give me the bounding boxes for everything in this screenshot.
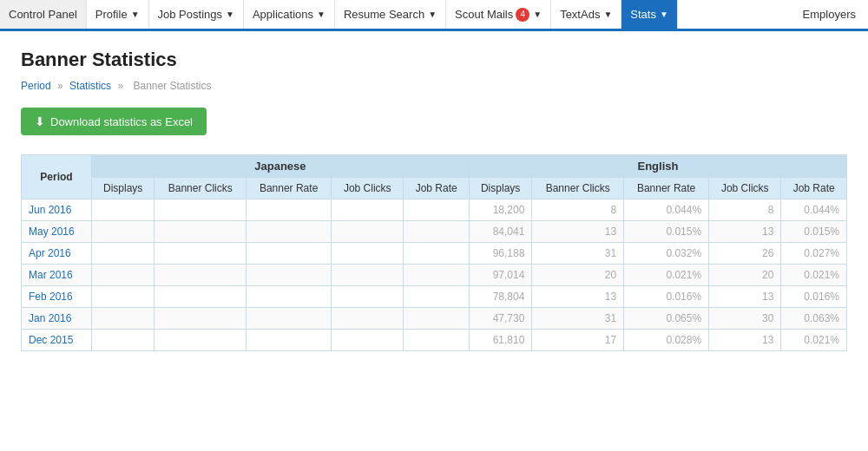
sub-col-header-9: Job Rate <box>781 178 847 199</box>
english-cell-1-4: 0.015% <box>781 221 847 243</box>
japanese-cell-4-3 <box>332 286 404 308</box>
nav-item-job-postings[interactable]: Job Postings ▼ <box>149 0 244 29</box>
english-cell-1-3: 13 <box>709 221 781 243</box>
breadcrumb-current: Banner Statistics <box>133 80 211 92</box>
applications-arrow-icon: ▼ <box>317 10 326 19</box>
japanese-cell-5-4 <box>404 308 470 330</box>
japanese-cell-1-3 <box>332 221 404 243</box>
main-nav: Control Panel Profile ▼ Job Postings ▼ A… <box>0 0 868 31</box>
japanese-cell-4-4 <box>404 286 470 308</box>
col-period-header: Period <box>22 155 92 199</box>
banner-stats-table: Period Japanese English DisplaysBanner C… <box>21 154 847 351</box>
period-cell-4[interactable]: Feb 2016 <box>22 286 92 308</box>
english-cell-2-2: 0.032% <box>624 243 709 265</box>
period-cell-6[interactable]: Dec 2015 <box>22 330 92 351</box>
sub-header-row: DisplaysBanner ClicksBanner RateJob Clic… <box>22 178 847 199</box>
period-cell-3[interactable]: Mar 2016 <box>22 265 92 286</box>
scout-mails-arrow-icon: ▼ <box>533 10 542 19</box>
japanese-cell-0-3 <box>332 199 404 221</box>
sub-col-header-1: Banner Clicks <box>155 178 247 199</box>
english-cell-4-0: 78,804 <box>469 286 531 308</box>
english-cell-5-2: 0.065% <box>624 308 709 330</box>
english-cell-0-3: 8 <box>709 199 781 221</box>
table-row: May 201684,041130.015%130.015% <box>22 221 847 243</box>
japanese-cell-0-1 <box>155 199 247 221</box>
japanese-cell-2-4 <box>404 243 470 265</box>
japanese-cell-4-0 <box>91 286 154 308</box>
japanese-cell-2-2 <box>247 243 332 265</box>
japanese-cell-2-3 <box>332 243 404 265</box>
main-content: Banner Statistics Period » Statistics » … <box>0 31 868 369</box>
english-cell-3-2: 0.021% <box>624 265 709 286</box>
english-cell-6-4: 0.021% <box>781 330 847 351</box>
table-row: Mar 201697,014200.021%200.021% <box>22 265 847 286</box>
japanese-cell-1-2 <box>247 221 332 243</box>
nav-item-text-ads[interactable]: TextAds ▼ <box>551 0 621 29</box>
japanese-cell-6-2 <box>247 330 332 351</box>
download-excel-button[interactable]: ⬇ Download statistics as Excel <box>21 108 207 135</box>
period-cell-1[interactable]: May 2016 <box>22 221 92 243</box>
english-cell-2-4: 0.027% <box>781 243 847 265</box>
period-cell-2[interactable]: Apr 2016 <box>22 243 92 265</box>
japanese-cell-1-0 <box>91 221 154 243</box>
sub-col-header-8: Job Clicks <box>709 178 781 199</box>
english-cell-0-4: 0.044% <box>781 199 847 221</box>
period-cell-5[interactable]: Jan 2016 <box>22 308 92 330</box>
english-cell-5-3: 30 <box>709 308 781 330</box>
breadcrumb-control-panel[interactable]: Period <box>21 80 51 92</box>
breadcrumb-statistics[interactable]: Statistics <box>69 80 111 92</box>
nav-item-stats[interactable]: Stats ▼ <box>621 0 678 29</box>
nav-item-scout-mails[interactable]: Scout Mails 4 ▼ <box>446 0 551 29</box>
scout-mails-badge: 4 <box>516 8 529 22</box>
english-cell-3-4: 0.021% <box>781 265 847 286</box>
english-cell-2-3: 26 <box>709 243 781 265</box>
resume-search-arrow-icon: ▼ <box>428 10 437 19</box>
table-row: Apr 201696,188310.032%260.027% <box>22 243 847 265</box>
japanese-cell-4-1 <box>155 286 247 308</box>
japanese-cell-1-1 <box>155 221 247 243</box>
japanese-cell-0-0 <box>91 199 154 221</box>
japanese-cell-6-3 <box>332 330 404 351</box>
table-row: Dec 201561,810170.028%130.021% <box>22 330 847 351</box>
sub-col-header-7: Banner Rate <box>624 178 709 199</box>
breadcrumb-sep-1: » <box>57 80 63 92</box>
english-cell-0-1: 8 <box>532 199 624 221</box>
nav-item-profile[interactable]: Profile ▼ <box>87 0 149 29</box>
table-row: Jun 201618,20080.044%80.044% <box>22 199 847 221</box>
japanese-cell-4-2 <box>247 286 332 308</box>
japanese-cell-6-4 <box>404 330 470 351</box>
col-group-english: English <box>469 155 846 178</box>
text-ads-arrow-icon: ▼ <box>603 10 612 19</box>
nav-item-applications[interactable]: Applications ▼ <box>244 0 335 29</box>
english-cell-0-2: 0.044% <box>624 199 709 221</box>
japanese-cell-5-3 <box>332 308 404 330</box>
page-title: Banner Statistics <box>21 49 847 71</box>
download-icon: ⬇ <box>35 114 45 128</box>
english-cell-1-0: 84,041 <box>469 221 531 243</box>
japanese-cell-5-2 <box>247 308 332 330</box>
english-cell-6-2: 0.028% <box>624 330 709 351</box>
japanese-cell-3-3 <box>332 265 404 286</box>
japanese-cell-3-1 <box>155 265 247 286</box>
nav-item-resume-search[interactable]: Resume Search ▼ <box>335 0 446 29</box>
japanese-cell-1-4 <box>404 221 470 243</box>
sub-col-header-6: Banner Clicks <box>532 178 624 199</box>
english-cell-1-2: 0.015% <box>624 221 709 243</box>
japanese-cell-5-1 <box>155 308 247 330</box>
nav-employers[interactable]: Employers <box>791 0 868 29</box>
english-cell-4-3: 13 <box>709 286 781 308</box>
english-cell-5-1: 31 <box>532 308 624 330</box>
profile-arrow-icon: ▼ <box>131 10 140 19</box>
english-cell-2-0: 96,188 <box>469 243 531 265</box>
japanese-cell-6-1 <box>155 330 247 351</box>
english-cell-2-1: 31 <box>532 243 624 265</box>
period-cell-0[interactable]: Jun 2016 <box>22 199 92 221</box>
english-cell-0-0: 18,200 <box>469 199 531 221</box>
table-row: Jan 201647,730310.065%300.063% <box>22 308 847 330</box>
english-cell-4-4: 0.016% <box>781 286 847 308</box>
sub-col-header-5: Displays <box>469 178 531 199</box>
nav-item-control-panel[interactable]: Control Panel <box>0 0 87 29</box>
english-cell-6-0: 61,810 <box>469 330 531 351</box>
sub-col-header-0: Displays <box>91 178 154 199</box>
japanese-cell-0-2 <box>247 199 332 221</box>
